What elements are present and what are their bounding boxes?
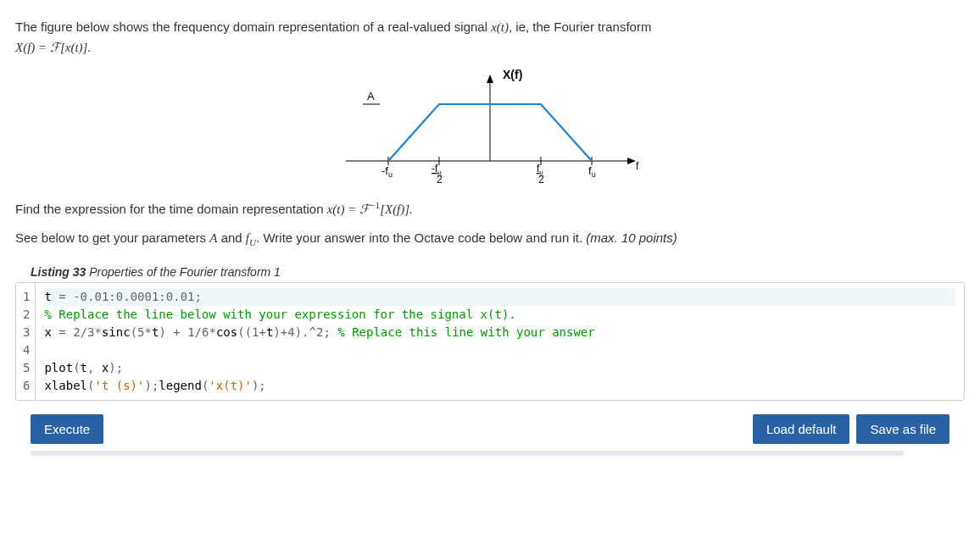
math-eq1: X(f) = ℱ[x(t)]. (15, 41, 91, 54)
button-row: Execute Load default Save as file (31, 414, 949, 444)
problem-find: Find the expression for the time domain … (15, 197, 965, 219)
problem-intro: The figure below shows the frequency dom… (15, 17, 965, 58)
code-lines: t = -0.01:0.0001:0.01; % Replace the lin… (36, 283, 964, 400)
fig-A-label: A (367, 90, 375, 103)
math-eq2-sup: −1 (370, 200, 380, 210)
line-numbers: 123456 (16, 283, 36, 400)
fig-neg-fu: -fu (381, 164, 393, 179)
fig-neg-fu2-bot: 2 (437, 174, 443, 185)
intro-text-1: The figure below shows the frequency dom… (15, 19, 491, 34)
svg-marker-1 (487, 75, 493, 83)
code-line-1: t = -0.01:0.0001:0.01; (44, 288, 955, 306)
code-line-4 (44, 341, 955, 359)
fig-pos-fu2-bot: 2 (538, 174, 544, 185)
listing-caption: Listing 33 Properties of the Fourier tra… (31, 265, 965, 279)
execute-button[interactable]: Execute (31, 414, 103, 444)
button-group-left: Execute (31, 414, 103, 444)
see-text-2: and (217, 230, 245, 245)
listing-caption-bold: Listing 33 (31, 265, 86, 279)
problem-see: See below to get your parameters A and f… (15, 228, 965, 250)
load-default-button[interactable]: Load default (753, 414, 850, 444)
listing-caption-rest: Properties of the Fourier transform 1 (86, 265, 281, 279)
fig-ylabel: X(f) (503, 68, 522, 81)
code-line-3: x = 2/3*sinc(5*t) + 1/6*cos((1+t)+4).^2;… (44, 324, 955, 341)
note-maxpoints: (max. 10 points) (586, 230, 677, 245)
code-line-2: % Replace the line below with your expre… (44, 306, 955, 324)
fig-pos-fu: fu (588, 164, 596, 179)
see-text-3: . Write your answer into the Octave code… (256, 230, 586, 245)
scroll-indicator[interactable] (31, 451, 949, 456)
figure-container: X(f) A f -fu -fu 2 fu 2 fu (15, 66, 965, 185)
button-group-right: Load default Save as file (753, 414, 949, 444)
fig-f-label: f (636, 160, 639, 172)
code-block[interactable]: 123456 t = -0.01:0.0001:0.01; % Replace … (15, 282, 965, 401)
code-line-5: plot(t, x); (44, 359, 955, 377)
intro-text-2: , ie, the Fourier transform (509, 19, 651, 34)
save-as-file-button[interactable]: Save as file (856, 414, 949, 444)
spectrum-figure: X(f) A f -fu -fu 2 fu 2 fu (329, 66, 651, 185)
math-eq2-rhs: [X(f)]. (380, 202, 413, 216)
math-eq2-lhs: x(t) = ℱ (327, 202, 370, 216)
svg-marker-3 (627, 158, 636, 164)
see-text-1: See below to get your parameters (15, 230, 209, 245)
math-xt1: x(t) (491, 20, 509, 34)
code-line-6: xlabel('t (s)');legend('x(t)'); (44, 377, 955, 395)
find-text-1: Find the expression for the time domain … (15, 202, 327, 216)
math-paramFu-u: U (249, 237, 256, 247)
